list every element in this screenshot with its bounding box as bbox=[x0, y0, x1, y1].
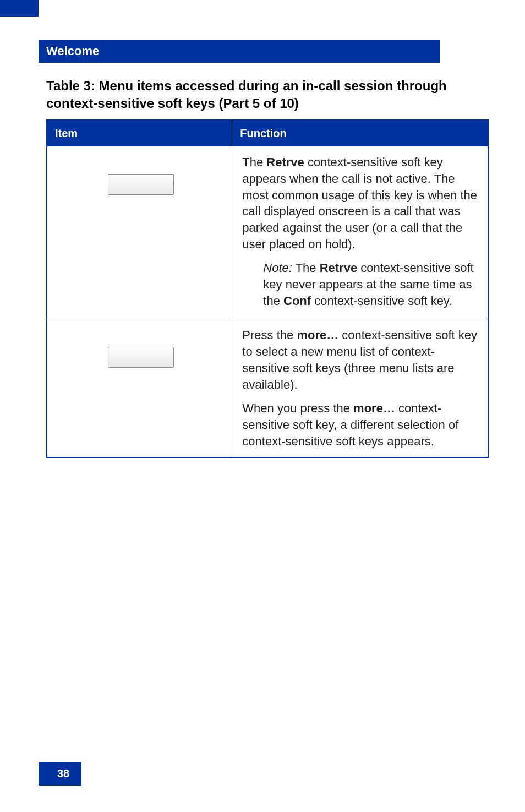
menu-items-table: Item Function Retrve The Retrve context-… bbox=[46, 119, 489, 459]
top-accent-strip bbox=[0, 0, 39, 17]
description-text-2: When you press the more… context-sensiti… bbox=[242, 400, 480, 449]
table-row: more… Press the more… context-sensitive … bbox=[47, 319, 488, 457]
section-title: Welcome bbox=[46, 44, 99, 58]
item-cell-more: more… bbox=[47, 319, 232, 457]
description-text-1: Press the more… context-sensitive soft k… bbox=[242, 327, 480, 393]
table-row: Retrve The Retrve context-sensitive soft… bbox=[47, 146, 488, 319]
softkey-button-more bbox=[108, 347, 174, 368]
function-cell-more: Press the more… context-sensitive soft k… bbox=[232, 319, 488, 457]
item-cell-retrve: Retrve bbox=[47, 146, 232, 319]
col-header-function: Function bbox=[232, 120, 488, 146]
description-text: The Retrve context-sensitive soft key ap… bbox=[242, 154, 480, 252]
function-cell-retrve: The Retrve context-sensitive soft key ap… bbox=[232, 146, 488, 319]
page-content: Table 3: Menu items accessed during an i… bbox=[39, 77, 489, 458]
page-number: 38 bbox=[39, 762, 81, 786]
section-header: Welcome bbox=[39, 40, 440, 63]
softkey-button-retrve bbox=[108, 174, 174, 195]
note-label: Note: bbox=[263, 261, 292, 275]
note-block: Note: The Retrve context-sensitive soft … bbox=[263, 260, 480, 309]
col-header-item: Item bbox=[47, 120, 232, 146]
table-title: Table 3: Menu items accessed during an i… bbox=[39, 77, 489, 113]
